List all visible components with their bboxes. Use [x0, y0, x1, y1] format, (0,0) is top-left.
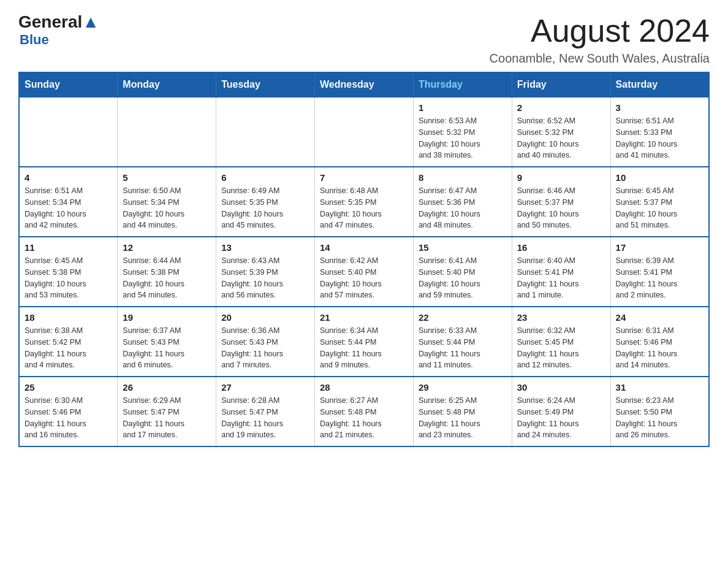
col-header-thursday: Thursday	[413, 72, 512, 97]
main-title: August 2024	[490, 12, 710, 49]
day-info: Sunrise: 6:38 AMSunset: 5:42 PMDaylight:…	[25, 325, 112, 371]
day-number: 4	[25, 172, 112, 183]
day-info: Sunrise: 6:30 AMSunset: 5:46 PMDaylight:…	[25, 395, 112, 441]
day-number: 14	[320, 242, 408, 253]
logo-blue-word: Blue	[20, 32, 49, 48]
day-info: Sunrise: 6:25 AMSunset: 5:48 PMDaylight:…	[419, 395, 507, 441]
day-info: Sunrise: 6:28 AMSunset: 5:47 PMDaylight:…	[221, 395, 309, 441]
day-number: 8	[419, 172, 507, 183]
calendar-cell: 10Sunrise: 6:45 AMSunset: 5:37 PMDayligh…	[610, 167, 709, 237]
col-header-friday: Friday	[512, 72, 610, 97]
day-info: Sunrise: 6:29 AMSunset: 5:47 PMDaylight:…	[123, 395, 211, 441]
day-number: 22	[419, 312, 507, 323]
subtitle: Coonamble, New South Wales, Australia	[490, 52, 710, 66]
week-row-5: 25Sunrise: 6:30 AMSunset: 5:46 PMDayligh…	[19, 377, 709, 446]
col-header-monday: Monday	[118, 72, 216, 97]
calendar-cell: 3Sunrise: 6:51 AMSunset: 5:33 PMDaylight…	[610, 97, 709, 167]
col-header-sunday: Sunday	[19, 72, 118, 97]
calendar-cell	[216, 97, 315, 167]
calendar-cell: 4Sunrise: 6:51 AMSunset: 5:34 PMDaylight…	[19, 167, 118, 237]
calendar-cell: 23Sunrise: 6:32 AMSunset: 5:45 PMDayligh…	[512, 307, 610, 377]
calendar-cell: 16Sunrise: 6:40 AMSunset: 5:41 PMDayligh…	[512, 237, 610, 307]
col-header-wednesday: Wednesday	[315, 72, 414, 97]
day-info: Sunrise: 6:49 AMSunset: 5:35 PMDaylight:…	[221, 185, 309, 231]
day-number: 10	[616, 172, 703, 183]
day-number: 20	[221, 312, 309, 323]
calendar-cell: 28Sunrise: 6:27 AMSunset: 5:48 PMDayligh…	[315, 377, 414, 446]
logo-blue-text: ▲	[82, 12, 99, 32]
day-number: 12	[123, 242, 211, 253]
day-number: 31	[616, 382, 703, 393]
day-number: 16	[517, 242, 605, 253]
day-info: Sunrise: 6:40 AMSunset: 5:41 PMDaylight:…	[517, 255, 605, 301]
calendar-cell: 15Sunrise: 6:41 AMSunset: 5:40 PMDayligh…	[413, 237, 512, 307]
day-number: 25	[25, 382, 112, 393]
day-number: 30	[517, 382, 605, 393]
calendar-cell: 21Sunrise: 6:34 AMSunset: 5:44 PMDayligh…	[315, 307, 414, 377]
calendar-cell: 17Sunrise: 6:39 AMSunset: 5:41 PMDayligh…	[610, 237, 709, 307]
day-info: Sunrise: 6:36 AMSunset: 5:43 PMDaylight:…	[221, 325, 309, 371]
week-row-4: 18Sunrise: 6:38 AMSunset: 5:42 PMDayligh…	[19, 307, 709, 377]
day-number: 3	[616, 102, 703, 113]
day-info: Sunrise: 6:45 AMSunset: 5:37 PMDaylight:…	[616, 185, 703, 231]
calendar-cell: 8Sunrise: 6:47 AMSunset: 5:36 PMDaylight…	[413, 167, 512, 237]
day-number: 28	[320, 382, 408, 393]
day-info: Sunrise: 6:33 AMSunset: 5:44 PMDaylight:…	[419, 325, 507, 371]
day-info: Sunrise: 6:39 AMSunset: 5:41 PMDaylight:…	[616, 255, 703, 301]
calendar-cell: 27Sunrise: 6:28 AMSunset: 5:47 PMDayligh…	[216, 377, 315, 446]
col-header-tuesday: Tuesday	[216, 72, 315, 97]
day-number: 23	[517, 312, 605, 323]
day-number: 17	[616, 242, 703, 253]
day-info: Sunrise: 6:34 AMSunset: 5:44 PMDaylight:…	[320, 325, 408, 371]
calendar-cell: 30Sunrise: 6:24 AMSunset: 5:49 PMDayligh…	[512, 377, 610, 446]
calendar-cell: 12Sunrise: 6:44 AMSunset: 5:38 PMDayligh…	[118, 237, 216, 307]
week-row-3: 11Sunrise: 6:45 AMSunset: 5:38 PMDayligh…	[19, 237, 709, 307]
day-info: Sunrise: 6:42 AMSunset: 5:40 PMDaylight:…	[320, 255, 408, 301]
day-number: 13	[221, 242, 309, 253]
week-row-1: 1Sunrise: 6:53 AMSunset: 5:32 PMDaylight…	[19, 97, 709, 167]
day-number: 9	[517, 172, 605, 183]
calendar-cell: 20Sunrise: 6:36 AMSunset: 5:43 PMDayligh…	[216, 307, 315, 377]
day-number: 2	[517, 102, 605, 113]
calendar-cell: 29Sunrise: 6:25 AMSunset: 5:48 PMDayligh…	[413, 377, 512, 446]
day-info: Sunrise: 6:51 AMSunset: 5:34 PMDaylight:…	[25, 185, 112, 231]
day-number: 24	[616, 312, 703, 323]
calendar-cell: 5Sunrise: 6:50 AMSunset: 5:34 PMDaylight…	[118, 167, 216, 237]
calendar-cell: 2Sunrise: 6:52 AMSunset: 5:32 PMDaylight…	[512, 97, 610, 167]
calendar-cell: 24Sunrise: 6:31 AMSunset: 5:46 PMDayligh…	[610, 307, 709, 377]
calendar-cell: 18Sunrise: 6:38 AMSunset: 5:42 PMDayligh…	[19, 307, 118, 377]
day-info: Sunrise: 6:45 AMSunset: 5:38 PMDaylight:…	[25, 255, 112, 301]
day-info: Sunrise: 6:50 AMSunset: 5:34 PMDaylight:…	[123, 185, 211, 231]
day-number: 18	[25, 312, 112, 323]
day-info: Sunrise: 6:52 AMSunset: 5:32 PMDaylight:…	[517, 115, 605, 161]
calendar-cell: 14Sunrise: 6:42 AMSunset: 5:40 PMDayligh…	[315, 237, 414, 307]
day-info: Sunrise: 6:46 AMSunset: 5:37 PMDaylight:…	[517, 185, 605, 231]
day-number: 5	[123, 172, 211, 183]
calendar-cell: 6Sunrise: 6:49 AMSunset: 5:35 PMDaylight…	[216, 167, 315, 237]
day-info: Sunrise: 6:51 AMSunset: 5:33 PMDaylight:…	[616, 115, 703, 161]
calendar-header-row: SundayMondayTuesdayWednesdayThursdayFrid…	[19, 72, 709, 97]
col-header-saturday: Saturday	[610, 72, 709, 97]
day-number: 26	[123, 382, 211, 393]
calendar-cell	[315, 97, 414, 167]
page-header: General ▲ Blue August 2024 Coonamble, Ne…	[18, 12, 710, 66]
week-row-2: 4Sunrise: 6:51 AMSunset: 5:34 PMDaylight…	[19, 167, 709, 237]
day-info: Sunrise: 6:53 AMSunset: 5:32 PMDaylight:…	[419, 115, 507, 161]
calendar-cell: 22Sunrise: 6:33 AMSunset: 5:44 PMDayligh…	[413, 307, 512, 377]
day-info: Sunrise: 6:37 AMSunset: 5:43 PMDaylight:…	[123, 325, 211, 371]
day-info: Sunrise: 6:23 AMSunset: 5:50 PMDaylight:…	[616, 395, 703, 441]
day-info: Sunrise: 6:44 AMSunset: 5:38 PMDaylight:…	[123, 255, 211, 301]
day-number: 27	[221, 382, 309, 393]
calendar-cell: 13Sunrise: 6:43 AMSunset: 5:39 PMDayligh…	[216, 237, 315, 307]
logo-general: General	[18, 12, 82, 32]
calendar-cell: 9Sunrise: 6:46 AMSunset: 5:37 PMDaylight…	[512, 167, 610, 237]
day-number: 29	[419, 382, 507, 393]
day-info: Sunrise: 6:41 AMSunset: 5:40 PMDaylight:…	[419, 255, 507, 301]
calendar-table: SundayMondayTuesdayWednesdayThursdayFrid…	[18, 72, 710, 447]
day-info: Sunrise: 6:31 AMSunset: 5:46 PMDaylight:…	[616, 325, 703, 371]
day-info: Sunrise: 6:47 AMSunset: 5:36 PMDaylight:…	[419, 185, 507, 231]
day-number: 19	[123, 312, 211, 323]
day-number: 15	[419, 242, 507, 253]
day-info: Sunrise: 6:48 AMSunset: 5:35 PMDaylight:…	[320, 185, 408, 231]
day-number: 6	[221, 172, 309, 183]
